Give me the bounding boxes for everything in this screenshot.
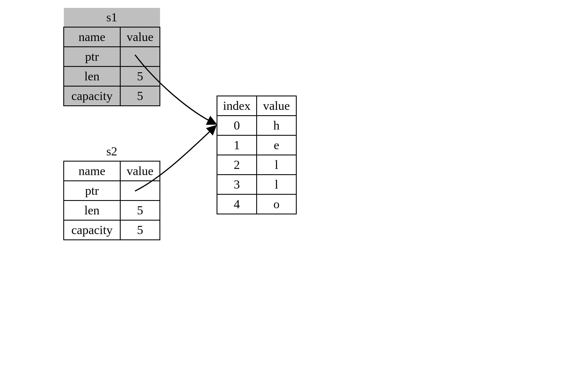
table-row: capacity 5	[64, 220, 160, 240]
s2-row2-name: capacity	[64, 220, 120, 240]
table-s2: s2 name value ptr len 5 capacity 5	[63, 142, 160, 240]
s2-row2-value: 5	[120, 220, 160, 240]
table-row: 3 l	[217, 175, 296, 194]
s2-row0-value	[120, 181, 160, 201]
heap-header-index: index	[217, 96, 257, 116]
heap-row0-index: 0	[217, 116, 257, 135]
s1-row0-value	[120, 47, 160, 67]
table-row: capacity 5	[64, 86, 160, 106]
heap-row2-value: l	[257, 155, 296, 175]
heap-row1-index: 1	[217, 135, 257, 155]
table-row: len 5	[64, 67, 160, 86]
table-row: 2 l	[217, 155, 296, 175]
table-row: len 5	[64, 201, 160, 220]
s2-row1-name: len	[64, 201, 120, 220]
table-heap: index value 0 h 1 e 2 l 3 l 4 o	[217, 96, 297, 214]
s2-header-value: value	[120, 161, 160, 181]
s2-row0-name: ptr	[64, 181, 120, 201]
heap-row0-value: h	[257, 116, 296, 135]
s1-header-value: value	[120, 27, 160, 47]
diagram-stage: s1 name value ptr len 5 capacity 5 s2 na…	[0, 0, 576, 392]
s1-row2-name: capacity	[64, 86, 120, 106]
heap-row4-value: o	[257, 194, 296, 214]
s2-row1-value: 5	[120, 201, 160, 220]
s1-row0-name: ptr	[64, 47, 120, 67]
table-s1: s1 name value ptr len 5 capacity 5	[63, 8, 160, 106]
heap-row4-index: 4	[217, 194, 257, 214]
table-row: 0 h	[217, 116, 296, 135]
heap-row1-value: e	[257, 135, 296, 155]
table-row: 4 o	[217, 194, 296, 214]
table-row: ptr	[64, 181, 160, 201]
heap-header-value: value	[257, 96, 296, 116]
heap-row3-value: l	[257, 175, 296, 194]
heap-row2-index: 2	[217, 155, 257, 175]
s1-row1-name: len	[64, 67, 120, 86]
s2-header-name: name	[64, 161, 120, 181]
s1-row2-value: 5	[120, 86, 160, 106]
table-row: ptr	[64, 47, 160, 67]
s1-row1-value: 5	[120, 67, 160, 86]
s1-title: s1	[64, 8, 160, 27]
s1-header-name: name	[64, 27, 120, 47]
table-row: 1 e	[217, 135, 296, 155]
s2-title: s2	[64, 142, 160, 161]
heap-row3-index: 3	[217, 175, 257, 194]
